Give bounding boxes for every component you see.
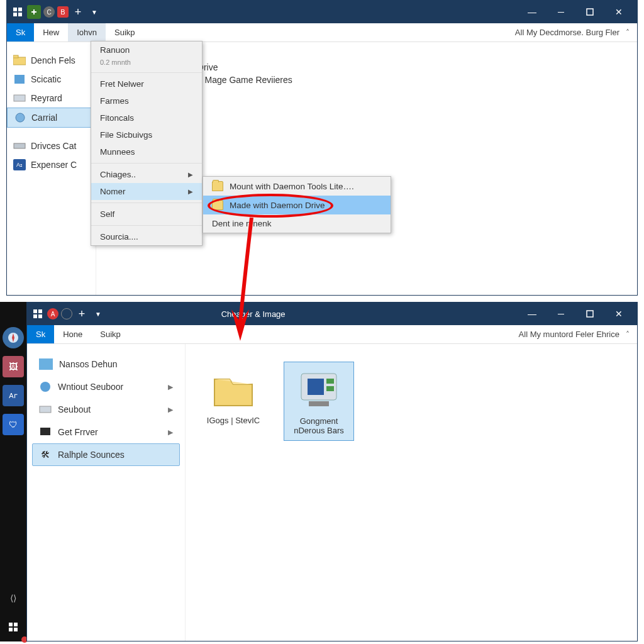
titlebar-2[interactable]: A + ▼ Cheager & Image — ─ ✕ bbox=[27, 303, 637, 325]
file-tile-label: Gongment nDerous Bars bbox=[287, 416, 351, 435]
app-grid-icon[interactable] bbox=[31, 307, 45, 321]
file-tile-folder[interactable]: IGogs | StevIC bbox=[198, 362, 269, 430]
sidebar-item-label: Ralhple Sounces bbox=[58, 450, 125, 460]
tab-icon[interactable]: C bbox=[43, 6, 55, 18]
menu-tab-sk[interactable]: Sk bbox=[7, 23, 34, 42]
submenu-item-made-daemon[interactable]: Made with Daemon Drive bbox=[203, 196, 391, 214]
menu-separator bbox=[91, 72, 202, 73]
dropdown-caret-icon[interactable]: ▼ bbox=[87, 5, 101, 19]
svg-rect-1 bbox=[18, 8, 22, 11]
file-tile-drive[interactable]: Gongment nDerous Bars bbox=[284, 362, 354, 441]
minimize-button[interactable]: — bbox=[518, 303, 547, 325]
sidebar-item-reyrard[interactable]: Reyrard bbox=[7, 89, 96, 108]
menu-item[interactable]: File Sicbuivgs bbox=[91, 126, 202, 143]
menu-tab-sk[interactable]: Sk bbox=[27, 325, 54, 343]
chevron-right-icon: ▶ bbox=[168, 428, 173, 436]
chevron-right-icon: ▶ bbox=[188, 171, 193, 178]
file-tile-label: IGogs | StevIC bbox=[207, 416, 260, 425]
minimize-button[interactable]: — bbox=[518, 1, 547, 23]
svg-rect-25 bbox=[38, 309, 42, 313]
red-badge-icon[interactable]: B bbox=[57, 6, 69, 18]
collapse-chevron-icon[interactable]: ˄ bbox=[626, 330, 630, 339]
sidebar-item-label: Drivces Cat bbox=[31, 141, 76, 151]
taskbar-app-shield-icon[interactable]: 🛡 bbox=[3, 414, 24, 435]
menubar-right-text: All My Decdmorse. Burg Fler˄ bbox=[508, 23, 637, 42]
sidebar-item-getfrrver[interactable]: Get Frrver▶ bbox=[32, 421, 180, 443]
sidebar-item-label: Wntiout Seuboor bbox=[58, 382, 123, 392]
svg-rect-10 bbox=[14, 143, 25, 148]
drive-icon bbox=[13, 92, 26, 104]
svg-rect-35 bbox=[326, 386, 334, 391]
svg-rect-0 bbox=[13, 8, 17, 11]
menu-item-nomer[interactable]: Nomer▶ bbox=[91, 183, 202, 200]
globe-icon bbox=[39, 381, 52, 392]
sidebar-item-ralhple[interactable]: 🛠Ralhple Sounces bbox=[32, 443, 180, 466]
taskbar-app-image-icon[interactable]: 🖼 bbox=[3, 356, 24, 377]
menu-item-chiages[interactable]: Chiages..▶ bbox=[91, 166, 202, 183]
menu-separator bbox=[91, 203, 202, 203]
maximize-button[interactable] bbox=[575, 303, 604, 325]
app-grid-icon[interactable] bbox=[11, 5, 25, 19]
menubar-1: Sk Hew Iohvn Suikp All My Decdmorse. Bur… bbox=[7, 23, 637, 42]
menu-item-ranuon[interactable]: Ranuon bbox=[91, 42, 202, 58]
menu-separator bbox=[91, 225, 202, 226]
menu-item[interactable]: Farmes bbox=[91, 92, 202, 109]
sidebar-item-scicatic[interactable]: Scicatic bbox=[7, 70, 96, 89]
svg-rect-3 bbox=[18, 13, 22, 16]
maximize-button[interactable] bbox=[575, 1, 604, 23]
minimize2-button[interactable]: ─ bbox=[547, 303, 575, 325]
menu-item[interactable]: Munnees bbox=[91, 143, 202, 160]
menu-tab-0[interactable]: Hone bbox=[54, 325, 91, 343]
context-submenu: Mount with Daemon Tools Lite…. Made with… bbox=[203, 176, 391, 233]
az-icon: A₂ bbox=[13, 159, 26, 170]
svg-rect-8 bbox=[14, 95, 25, 101]
folder-icon bbox=[212, 200, 223, 210]
sidebar-item-label: Get Frrver bbox=[58, 427, 98, 437]
picture-icon bbox=[39, 358, 53, 370]
sidebar-item-dench[interactable]: Dench Fels bbox=[7, 51, 96, 70]
submenu-item-mount[interactable]: Mount with Daemon Tools Lite…. bbox=[203, 177, 391, 196]
menu-item[interactable]: Fret Nelwer bbox=[91, 75, 202, 92]
sidebar-item-expenser[interactable]: A₂Expenser C bbox=[7, 155, 96, 174]
titlebar-1[interactable]: C B + ▼ — ─ ✕ bbox=[7, 1, 637, 23]
svg-rect-5 bbox=[13, 57, 26, 65]
menu-tab-2[interactable]: Suikp bbox=[106, 23, 144, 42]
menu-separator bbox=[91, 163, 202, 164]
menu-item[interactable]: Fitoncals bbox=[91, 109, 202, 126]
chevron-right-icon: ▶ bbox=[168, 383, 173, 391]
app-icon bbox=[13, 74, 26, 85]
new-tab-plus-icon[interactable]: + bbox=[71, 5, 85, 19]
sidebar-item-label: Expenser C bbox=[31, 160, 77, 170]
start-grid-icon[interactable] bbox=[3, 616, 24, 638]
sidebar-item-label: Scicatic bbox=[31, 74, 61, 84]
close-button[interactable]: ✕ bbox=[604, 1, 633, 23]
svg-point-29 bbox=[40, 382, 50, 392]
sidebar-item-nansos[interactable]: Nansos Dehun bbox=[32, 353, 180, 375]
menu-tab-1[interactable]: Suikp bbox=[91, 325, 130, 343]
menu-item-sourcia[interactable]: Sourcia.... bbox=[91, 228, 202, 245]
circle-icon[interactable] bbox=[61, 308, 72, 319]
menu-item-self[interactable]: Self bbox=[91, 206, 202, 223]
submenu-item-dent[interactable]: Dent ine rvnenk bbox=[203, 214, 391, 233]
sidebar-item-drivces[interactable]: Drivces Cat bbox=[7, 136, 96, 155]
plus-icon[interactable] bbox=[27, 5, 41, 19]
new-tab-plus-icon[interactable]: + bbox=[75, 307, 89, 321]
taskbar-app-safari-icon[interactable] bbox=[3, 327, 24, 348]
taskbar-collapse-icon[interactable]: ⟨⟩ bbox=[3, 587, 24, 609]
tool-icon: 🛠 bbox=[39, 449, 52, 460]
sidebar-item-seubout[interactable]: Seubout▶ bbox=[32, 398, 180, 421]
sidebar-item-carrial[interactable]: Carrial bbox=[7, 108, 96, 128]
minimize2-button[interactable]: ─ bbox=[547, 1, 575, 23]
svg-rect-31 bbox=[40, 428, 50, 435]
content-pane-2: IGogs | StevIC Gongment nDerous Bars bbox=[186, 344, 637, 641]
menubar-right-text: All My muntord Feler Ehrice˄ bbox=[511, 325, 637, 343]
dropdown-caret-icon[interactable]: ▼ bbox=[91, 307, 105, 321]
menu-tab-0[interactable]: Hew bbox=[34, 23, 68, 42]
collapse-chevron-icon[interactable]: ˄ bbox=[626, 28, 630, 37]
menubar-2: Sk Hone Suikp All My muntord Feler Ehric… bbox=[27, 325, 637, 344]
red-badge-icon[interactable]: A bbox=[47, 308, 58, 319]
taskbar-app-az-icon[interactable]: Aᴦ bbox=[3, 385, 24, 406]
sidebar-item-wntiout[interactable]: Wntiout Seuboor▶ bbox=[32, 375, 180, 398]
menu-tab-1[interactable]: Iohvn bbox=[68, 23, 106, 42]
close-button[interactable]: ✕ bbox=[604, 303, 633, 325]
